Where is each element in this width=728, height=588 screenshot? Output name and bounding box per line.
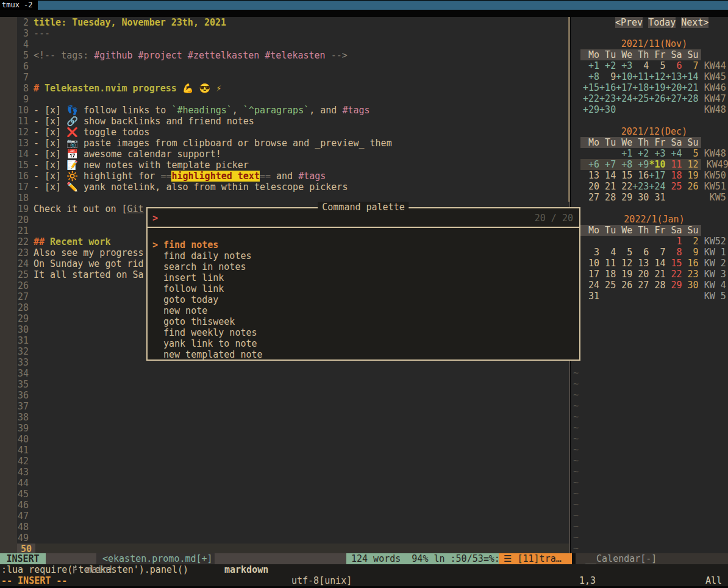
calendar-week-row[interactable]: 24 25 26 27 28 29 30 KW 4	[583, 280, 726, 291]
calendar-day[interactable]: +26	[649, 93, 665, 104]
calendar-day[interactable]: 11	[665, 159, 682, 170]
calendar-day[interactable]: +4	[665, 148, 682, 159]
calendar-day[interactable]: +15	[583, 82, 599, 93]
calendar-day[interactable]: +23	[599, 93, 616, 104]
calendar-day[interactable]: *10	[649, 159, 665, 170]
calendar-day[interactable]: +14	[682, 71, 699, 82]
calendar-day[interactable]: 18	[599, 269, 616, 280]
editor-line[interactable]: 9	[17, 94, 569, 105]
calendar-days[interactable]: +29+30	[583, 104, 699, 115]
calendar-day[interactable]: +12	[649, 71, 665, 82]
editor-line[interactable]: 14- [x] 📅 awesome calendar support!	[17, 149, 569, 160]
calendar-day[interactable]: 1	[665, 236, 682, 247]
editor-line[interactable]: 4	[17, 39, 569, 50]
palette-item[interactable]: follow link	[163, 283, 224, 294]
calendar-day[interactable]	[632, 104, 649, 115]
calendar-day[interactable]: +24	[616, 93, 632, 104]
calendar-day[interactable]: 13	[583, 170, 599, 181]
palette-item[interactable]: find weekly notes	[163, 327, 257, 338]
calendar-day[interactable]: +11	[632, 71, 649, 82]
calendar-day[interactable]: +27	[665, 93, 682, 104]
calendar-day[interactable]	[665, 291, 682, 302]
calendar-week-row[interactable]: 31 KW 5	[583, 291, 726, 302]
calendar-day[interactable]: 22	[665, 269, 682, 280]
calendar-day[interactable]: 2	[682, 236, 699, 247]
calendar-day[interactable]: +3	[616, 60, 632, 71]
calendar-day[interactable]: 19	[616, 269, 632, 280]
calendar-day[interactable]	[599, 236, 616, 247]
calendar-day[interactable]: 3	[583, 247, 599, 258]
calendar-day[interactable]: 6	[665, 60, 682, 71]
calendar-day[interactable]: 15	[665, 258, 682, 269]
calendar-day[interactable]	[665, 192, 682, 203]
editor-line[interactable]: 47	[17, 511, 569, 522]
editor-line[interactable]: 6	[17, 61, 569, 72]
calendar-days[interactable]: 1 2	[583, 236, 699, 247]
calendar-day[interactable]: +6	[583, 159, 599, 170]
calendar-week-row[interactable]: +29+30 KW48	[583, 104, 726, 115]
calendar-day[interactable]: +17	[649, 170, 665, 181]
editor-line[interactable]: 39	[17, 423, 569, 434]
calendar-day[interactable]	[649, 291, 665, 302]
calendar-day[interactable]	[599, 291, 616, 302]
editor-line[interactable]: 43	[17, 467, 569, 478]
calendar-days[interactable]: 31	[583, 291, 699, 302]
editor-line[interactable]: 35	[17, 379, 569, 390]
calendar-day[interactable]	[649, 236, 665, 247]
calendar-day[interactable]: 14	[649, 258, 665, 269]
calendar-prev-button[interactable]: <Prev	[615, 17, 643, 28]
calendar-week-row[interactable]: 3 4 5 6 7 8 9 KW 1	[583, 247, 726, 258]
calendar-day[interactable]: 25	[599, 280, 616, 291]
calendar-day[interactable]: 30	[632, 192, 649, 203]
calendar-days[interactable]: 10 11 12 13 14 15 16	[583, 258, 699, 269]
calendar-day[interactable]	[616, 236, 632, 247]
calendar-days[interactable]: +8 9+10+11+12+13+14	[583, 71, 699, 82]
calendar-day[interactable]	[616, 104, 632, 115]
calendar-week-row[interactable]: +8 9+10+11+12+13+14 KW45	[583, 71, 726, 82]
calendar-week-row[interactable]: +15+16+17+18+19+20+21 KW46	[583, 82, 726, 93]
calendar-day[interactable]: 29	[616, 192, 632, 203]
calendar-week-row[interactable]: +1 +2 +3 +4 5 KW48	[583, 148, 726, 159]
calendar-day[interactable]: 8	[665, 247, 682, 258]
editor-line[interactable]: 38	[17, 412, 569, 423]
calendar-day[interactable]: 20	[583, 181, 599, 192]
calendar-day[interactable]: 5	[649, 60, 665, 71]
editor-line[interactable]: 37	[17, 401, 569, 412]
calendar-day[interactable]: +1	[616, 148, 632, 159]
calendar-day[interactable]: 17	[583, 269, 599, 280]
calendar-day[interactable]: +23	[632, 181, 649, 192]
calendar-day[interactable]: +22	[583, 93, 599, 104]
calendar-days[interactable]: 20 21 22+23+24 25 26	[583, 181, 699, 192]
calendar-week-row[interactable]: +1 +2 +3 4 5 6 7 KW44	[583, 60, 726, 71]
calendar-day[interactable]	[599, 148, 616, 159]
calendar-days[interactable]: +22+23+24+25+26+27+28	[583, 93, 699, 104]
editor-line[interactable]: 7	[17, 72, 569, 83]
calendar-day[interactable]: 26	[616, 280, 632, 291]
palette-item[interactable]: new note	[163, 305, 207, 316]
calendar-day[interactable]: +19	[649, 82, 665, 93]
palette-item[interactable]: goto thisweek	[163, 316, 235, 327]
editor-line[interactable]: 11- [x] 🔗 show backlinks and friend note…	[17, 116, 569, 127]
calendar-day[interactable]: 12	[616, 258, 632, 269]
calendar-day[interactable]: 31	[583, 291, 599, 302]
calendar-day[interactable]: 27	[632, 280, 649, 291]
calendar-day[interactable]: 5	[616, 247, 632, 258]
calendar-day[interactable]: +24	[649, 181, 665, 192]
editor-line[interactable]: 48	[17, 522, 569, 533]
calendar-day[interactable]: +7	[599, 159, 616, 170]
calendar-day[interactable]: +25	[632, 93, 649, 104]
calendar-day[interactable]: 16	[682, 258, 699, 269]
calendar-day[interactable]: 20	[632, 269, 649, 280]
calendar-day[interactable]	[616, 291, 632, 302]
palette-item[interactable]: >find notes	[163, 239, 218, 250]
editor-line[interactable]: 16- [x] 🔆 highlight for ==highlighted te…	[17, 171, 569, 182]
editor-line[interactable]: 34	[17, 368, 569, 379]
palette-item[interactable]: search in notes	[163, 261, 246, 272]
editor-line[interactable]: 46	[17, 500, 569, 511]
calendar-day[interactable]: 9	[682, 247, 699, 258]
editor-line[interactable]: 42	[17, 456, 569, 467]
calendar-week-row[interactable]: +22+23+24+25+26+27+28 KW47	[583, 93, 726, 104]
calendar-day[interactable]	[682, 291, 699, 302]
calendar-day[interactable]: +8	[583, 71, 599, 82]
calendar-day[interactable]: 19	[682, 170, 699, 181]
